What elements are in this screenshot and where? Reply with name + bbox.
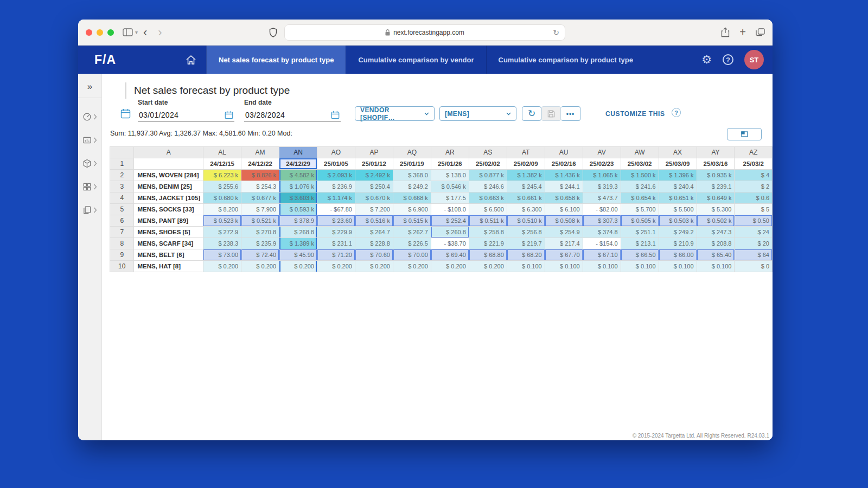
value-cell[interactable]: $ 6.300 — [507, 204, 545, 215]
value-cell[interactable]: $ 5 — [735, 204, 773, 215]
value-cell[interactable]: $ 0.508 k — [545, 215, 583, 227]
value-cell[interactable]: $ 0.502 k — [697, 215, 735, 227]
col-header[interactable]: AZ — [735, 147, 773, 158]
value-cell[interactable]: $ 208.8 — [697, 238, 735, 249]
value-cell[interactable]: $ 0.523 k — [203, 215, 241, 227]
value-cell[interactable]: $ 319.3 — [583, 181, 621, 192]
value-cell[interactable]: $ 67.70 — [545, 249, 583, 261]
row-header[interactable]: 8 — [110, 238, 134, 249]
close-window-button[interactable] — [86, 29, 92, 36]
row-header[interactable]: 1 — [110, 158, 134, 170]
reload-icon[interactable]: ↻ — [553, 28, 559, 37]
table-cell[interactable]: 25/02/09 — [507, 158, 545, 170]
table-cell[interactable]: 25/01/26 — [431, 158, 469, 170]
product-name-cell[interactable]: MENS, SOCKS [33] — [134, 204, 203, 215]
value-cell[interactable]: $ 1.436 k — [545, 170, 583, 181]
value-cell[interactable]: $ 0.100 — [507, 261, 545, 272]
sidebar-item-reports[interactable] — [78, 136, 101, 145]
row-header[interactable]: 2 — [110, 170, 134, 181]
value-cell[interactable]: $ 378.9 — [279, 215, 317, 227]
value-cell[interactable]: $ 0.649 k — [697, 192, 735, 204]
product-name-cell[interactable]: MENS, SCARF [34] — [134, 238, 203, 249]
value-cell[interactable]: $ 258.8 — [469, 227, 507, 238]
value-cell[interactable]: $ 64 — [735, 249, 773, 261]
col-header[interactable]: AP — [355, 147, 393, 158]
col-header[interactable]: AW — [621, 147, 659, 158]
value-cell[interactable]: - $82.00 — [583, 204, 621, 215]
customize-help-icon[interactable]: ? — [672, 108, 681, 117]
value-cell[interactable]: $ 65.40 — [697, 249, 735, 261]
col-header[interactable]: AV — [583, 147, 621, 158]
table-cell[interactable]: 25/03/02 — [621, 158, 659, 170]
value-cell[interactable]: $ 221.9 — [469, 238, 507, 249]
value-cell[interactable]: $ 0.593 k — [279, 204, 317, 215]
vendor-dropdown[interactable]: VENDOR [SHOPIF… — [355, 106, 435, 121]
value-cell[interactable]: $ 24 — [735, 227, 773, 238]
value-cell[interactable]: $ 5.500 — [659, 204, 697, 215]
value-cell[interactable]: $ 67.10 — [583, 249, 621, 261]
value-cell[interactable]: $ 0.503 k — [659, 215, 697, 227]
spreadsheet[interactable]: AALAMANAOAPAQARASATAUAVAWAXAYAZ124/12/15… — [110, 146, 773, 272]
value-cell[interactable]: $ 239.1 — [697, 181, 735, 192]
value-cell[interactable]: $ 69.40 — [431, 249, 469, 261]
value-cell[interactable]: $ 0 — [735, 261, 773, 272]
value-cell[interactable]: $ 6.900 — [393, 204, 431, 215]
value-cell[interactable]: $ 213.1 — [621, 238, 659, 249]
customize-link[interactable]: CUSTOMIZE THIS — [605, 110, 665, 118]
table-cell[interactable]: 24/12/29 — [279, 158, 317, 170]
avatar[interactable]: ST — [744, 50, 764, 69]
sidebar-expand-icon[interactable]: » — [78, 78, 101, 98]
value-cell[interactable]: $ 236.9 — [317, 181, 355, 192]
product-name-cell[interactable]: MENS, WOVEN [284] — [134, 170, 203, 181]
table-cell[interactable] — [134, 158, 203, 170]
value-cell[interactable]: $ 251.1 — [621, 227, 659, 238]
value-cell[interactable]: $ 255.6 — [203, 181, 241, 192]
value-cell[interactable]: $ 0.658 k — [545, 192, 583, 204]
value-cell[interactable]: $ 68.20 — [507, 249, 545, 261]
zoom-window-button[interactable] — [107, 29, 114, 36]
value-cell[interactable]: $ 66.00 — [659, 249, 697, 261]
value-cell[interactable]: $ 0.677 k — [241, 192, 279, 204]
value-cell[interactable]: $ 231.1 — [317, 238, 355, 249]
value-cell[interactable]: $ 5.700 — [621, 204, 659, 215]
calendar-icon[interactable] — [331, 111, 340, 119]
value-cell[interactable]: - $38.70 — [431, 238, 469, 249]
value-cell[interactable]: $ 23.60 — [317, 215, 355, 227]
value-cell[interactable]: $ 4 — [735, 170, 773, 181]
col-header[interactable]: AR — [431, 147, 469, 158]
value-cell[interactable]: $ 219.7 — [507, 238, 545, 249]
value-cell[interactable]: $ 0.654 k — [621, 192, 659, 204]
value-cell[interactable]: $ 0.100 — [583, 261, 621, 272]
product-name-cell[interactable]: MENS, JACKET [105] — [134, 192, 203, 204]
more-options-button[interactable]: ••• — [561, 106, 580, 121]
value-cell[interactable]: $ 70.00 — [393, 249, 431, 261]
value-cell[interactable]: $ 260.8 — [431, 227, 469, 238]
value-cell[interactable]: $ 0.935 k — [697, 170, 735, 181]
value-cell[interactable]: $ 1.174 k — [317, 192, 355, 204]
value-cell[interactable]: $ 0.100 — [659, 261, 697, 272]
value-cell[interactable]: $ 66.50 — [621, 249, 659, 261]
value-cell[interactable]: $ 8.200 — [203, 204, 241, 215]
value-cell[interactable]: $ 70.60 — [355, 249, 393, 261]
table-cell[interactable]: 24/12/22 — [241, 158, 279, 170]
value-cell[interactable]: $ 6.223 k — [203, 170, 241, 181]
col-header[interactable]: AU — [545, 147, 583, 158]
value-cell[interactable]: $ 0.661 k — [507, 192, 545, 204]
value-cell[interactable]: $ 262.7 — [393, 227, 431, 238]
settings-gear-icon[interactable]: ⚙ — [701, 53, 712, 66]
value-cell[interactable]: $ 264.7 — [355, 227, 393, 238]
col-header[interactable]: AO — [317, 147, 355, 158]
value-cell[interactable]: $ 6.100 — [545, 204, 583, 215]
value-cell[interactable]: $ 0.521 k — [241, 215, 279, 227]
share-icon[interactable] — [721, 27, 730, 37]
value-cell[interactable]: $ 0.515 k — [393, 215, 431, 227]
value-cell[interactable]: $ 1.396 k — [659, 170, 697, 181]
home-button[interactable] — [176, 46, 206, 74]
end-date-field[interactable]: End date 03/28/2024 — [244, 99, 341, 122]
start-date-value[interactable]: 03/01/2024 — [139, 111, 178, 119]
value-cell[interactable]: $ 72.40 — [241, 249, 279, 261]
product-name-cell[interactable]: MENS, BELT [6] — [134, 249, 203, 261]
value-cell[interactable]: $ 254.9 — [545, 227, 583, 238]
value-cell[interactable]: $ 2.492 k — [355, 170, 393, 181]
value-cell[interactable]: $ 0.510 k — [507, 215, 545, 227]
